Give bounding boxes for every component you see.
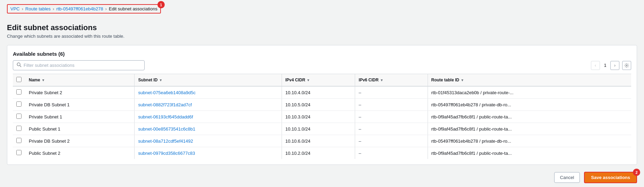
svg-point-2 <box>626 65 627 66</box>
row-ipv4-3: 10.10.1.0/24 <box>282 123 355 135</box>
subnet-id-link-1[interactable]: subnet-0882f723f1d2ad7cf <box>138 102 192 107</box>
breadcrumb-current: Edit subnet associations <box>109 6 157 11</box>
breadcrumb-sep-1: › <box>22 6 23 11</box>
table-row: Private DB Subnet 1 subnet-0882f723f1d2a… <box>13 99 631 111</box>
pagination-area: ‹ 1 › <box>591 61 631 70</box>
col-header-name: Name ▼ <box>25 74 134 87</box>
table-section-title: Available subnets (6) <box>13 51 65 57</box>
row-subnet-id-0[interactable]: subnet-075ea6eb1408a9d5c <box>135 86 281 99</box>
select-all-checkbox[interactable] <box>16 77 22 82</box>
row-checkbox-cell <box>13 86 25 99</box>
row-subnet-id-4[interactable]: subnet-08a712cdf5ef41492 <box>135 135 281 147</box>
sort-icon-subnet: ▼ <box>159 78 162 82</box>
page-title: Edit subnet associations <box>7 23 637 32</box>
sort-icon-name: ▼ <box>42 78 45 82</box>
svg-line-1 <box>20 65 21 67</box>
row-name-1: Private DB Subnet 1 <box>25 99 134 111</box>
subnet-id-link-2[interactable]: subnet-06193cf645ddadd6f <box>138 114 193 119</box>
row-checkbox-5[interactable] <box>16 150 22 155</box>
col-header-subnet-id: Subnet ID ▼ <box>135 74 281 87</box>
row-checkbox-cell <box>13 99 25 111</box>
cancel-button[interactable]: Cancel <box>554 172 580 183</box>
row-subnet-id-2[interactable]: subnet-06193cf645ddadd6f <box>135 111 281 123</box>
breadcrumb-route-tables[interactable]: Route tables <box>25 6 51 11</box>
subnet-id-link-4[interactable]: subnet-08a712cdf5ef41492 <box>138 139 193 144</box>
pagination-current: 1 <box>603 63 608 68</box>
table-settings-button[interactable] <box>622 61 631 70</box>
row-checkbox-1[interactable] <box>16 101 22 107</box>
table-row: Public Subnet 2 subnet-0979cd358c6677c83… <box>13 147 631 159</box>
col-header-route-table: Route table ID ▼ <box>428 74 631 87</box>
breadcrumb-sep-3: › <box>105 6 106 11</box>
row-checkbox-2[interactable] <box>16 114 22 119</box>
row-checkbox-cell <box>13 135 25 147</box>
row-ipv4-5: 10.10.2.0/24 <box>282 147 355 159</box>
col-header-checkbox <box>13 74 25 87</box>
row-name-4: Private DB Subnet 2 <box>25 135 134 147</box>
filter-input-wrap[interactable] <box>13 60 145 70</box>
row-ipv4-1: 10.10.5.0/24 <box>282 99 355 111</box>
pagination-prev[interactable]: ‹ <box>591 61 600 70</box>
page-subtitle: Change which subnets are associated with… <box>7 34 637 39</box>
table-row: Public Subnet 1 subnet-00e85673541c6c8b1… <box>13 123 631 135</box>
subnets-table: Name ▼ Subnet ID ▼ IPv4 CI <box>13 74 631 159</box>
pagination-next[interactable]: › <box>610 61 619 70</box>
row-route-table-1: rtb-05497ff061eb4b278 / private-db-ro... <box>428 99 631 111</box>
row-ipv4-4: 10.10.6.0/24 <box>282 135 355 147</box>
row-name-5: Public Subnet 2 <box>25 147 134 159</box>
row-subnet-id-1[interactable]: subnet-0882f723f1d2ad7cf <box>135 99 281 111</box>
row-route-table-4: rtb-05497ff061eb4b278 / private-db-ro... <box>428 135 631 147</box>
row-checkbox-0[interactable] <box>16 89 22 95</box>
sort-icon-ipv4: ▼ <box>307 78 310 82</box>
table-row: Private Subnet 1 subnet-06193cf645ddadd6… <box>13 111 631 123</box>
row-ipv6-3: – <box>355 123 427 135</box>
row-checkbox-cell <box>13 147 25 159</box>
row-name-3: Public Subnet 1 <box>25 123 134 135</box>
row-checkbox-cell <box>13 123 25 135</box>
row-name-2: Private Subnet 1 <box>25 111 134 123</box>
row-subnet-id-3[interactable]: subnet-00e85673541c6c8b1 <box>135 123 281 135</box>
row-ipv4-2: 10.10.3.0/24 <box>282 111 355 123</box>
page-container: VPC › Route tables › rtb-05497ff061eb4b2… <box>0 0 644 187</box>
row-ipv6-5: – <box>355 147 427 159</box>
step-badge-1: 1 <box>157 1 165 8</box>
row-subnet-id-5[interactable]: subnet-0979cd358c6677c83 <box>135 147 281 159</box>
row-ipv6-1: – <box>355 99 427 111</box>
col-header-ipv4: IPv4 CIDR ▼ <box>282 74 355 87</box>
breadcrumb-sep-2: › <box>53 6 54 11</box>
search-icon <box>17 62 22 68</box>
save-associations-button[interactable]: Save associations 2 <box>584 172 637 183</box>
table-row: Private Subnet 2 subnet-075ea6eb1408a9d5… <box>13 86 631 99</box>
row-route-table-3: rtb-0f9af45ad7fb6c8f1 / public-route-ta.… <box>428 123 631 135</box>
save-label: Save associations <box>591 175 630 180</box>
filter-input[interactable] <box>24 63 141 68</box>
subnet-id-link-5[interactable]: subnet-0979cd358c6677c83 <box>138 151 195 156</box>
row-ipv6-2: – <box>355 111 427 123</box>
row-route-table-0: rtb-01f45313daca2eb0b / private-route-..… <box>428 86 631 99</box>
row-name-0: Private Subnet 2 <box>25 86 134 99</box>
row-route-table-2: rtb-0f9af45ad7fb6c8f1 / public-route-ta.… <box>428 111 631 123</box>
row-ipv4-0: 10.10.4.0/24 <box>282 86 355 99</box>
subnet-id-link-3[interactable]: subnet-00e85673541c6c8b1 <box>138 126 195 132</box>
row-route-table-5: rtb-0f9af45ad7fb6c8f1 / public-route-ta.… <box>428 147 631 159</box>
breadcrumb: VPC › Route tables › rtb-05497ff061eb4b2… <box>7 4 637 18</box>
col-header-ipv6: IPv6 CIDR ▼ <box>355 74 427 87</box>
table-row: Private DB Subnet 2 subnet-08a712cdf5ef4… <box>13 135 631 147</box>
step-badge-2: 2 <box>633 169 640 176</box>
sort-icon-ipv6: ▼ <box>380 78 384 82</box>
sort-icon-route-table: ▼ <box>461 78 464 82</box>
row-ipv6-0: – <box>355 86 427 99</box>
breadcrumb-rtb-id[interactable]: rtb-05497ff061eb4b278 <box>56 6 103 11</box>
row-checkbox-4[interactable] <box>16 138 22 143</box>
breadcrumb-vpc[interactable]: VPC <box>10 6 20 11</box>
row-checkbox-cell <box>13 111 25 123</box>
row-checkbox-3[interactable] <box>16 126 22 131</box>
row-ipv6-4: – <box>355 135 427 147</box>
footer-actions: Cancel Save associations 2 <box>7 172 637 183</box>
subnet-id-link-0[interactable]: subnet-075ea6eb1408a9d5c <box>138 90 196 95</box>
main-card: Available subnets (6) ‹ 1 › <box>7 45 637 165</box>
